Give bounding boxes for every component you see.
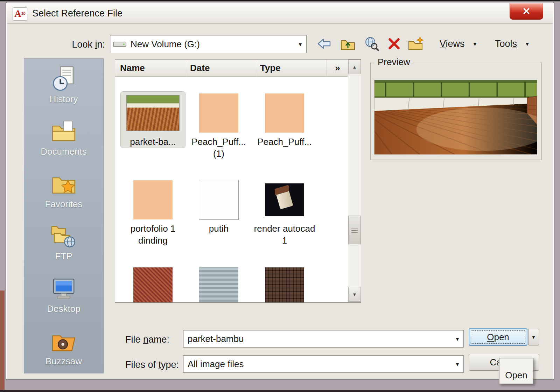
file-name-label: render autocad 1 bbox=[252, 223, 317, 246]
render-image-thumbnail bbox=[265, 183, 304, 216]
open-split-arrow-icon: ▼ bbox=[531, 334, 536, 340]
file-item-peach-puff-1[interactable]: Peach_Puff... (1) bbox=[187, 92, 251, 160]
file-list-scrollbar[interactable]: ▲ ▼ bbox=[348, 59, 361, 302]
documents-icon bbox=[50, 118, 77, 145]
desktop-icon bbox=[50, 275, 77, 302]
scroll-up-button[interactable]: ▲ bbox=[348, 59, 361, 74]
delete-x-icon bbox=[387, 36, 401, 51]
file-item-render-autocad-1[interactable]: render autocad 1 bbox=[252, 178, 317, 246]
open-button-label: Open bbox=[487, 332, 509, 343]
file-item-portofolio-1-dinding[interactable]: portofolio 1 dinding bbox=[121, 178, 185, 246]
place-label: Desktop bbox=[47, 303, 80, 314]
background-window-sliver bbox=[0, 290, 5, 392]
preview-label: Preview bbox=[375, 57, 413, 68]
place-label: Favorites bbox=[45, 199, 83, 210]
place-label: FTP bbox=[55, 251, 72, 262]
brown-texture-thumbnail bbox=[265, 267, 304, 303]
file-name-field-label: File name: bbox=[125, 334, 169, 345]
up-one-level-button[interactable] bbox=[340, 36, 356, 52]
views-label: Views bbox=[440, 38, 465, 49]
title-bar[interactable]: A10 Select Reference File ✕ bbox=[7, 3, 553, 24]
preview-image bbox=[374, 80, 537, 155]
file-item-parket-bambu[interactable]: parket-ba... bbox=[121, 92, 185, 148]
file-item-texture-red[interactable] bbox=[121, 265, 185, 303]
wood-floor-preview-graphic bbox=[374, 80, 537, 154]
create-new-folder-button[interactable] bbox=[407, 36, 424, 52]
place-buzzsaw[interactable]: Buzzsaw bbox=[24, 327, 103, 367]
up-folder-icon bbox=[340, 36, 356, 52]
ftp-icon bbox=[50, 222, 77, 250]
back-arrow-icon bbox=[316, 36, 332, 51]
new-folder-icon bbox=[407, 36, 424, 52]
files-of-type-field-label: Files of type: bbox=[125, 359, 179, 370]
select-reference-file-dialog: A10 Select Reference File ✕ Look in: New… bbox=[6, 2, 554, 380]
places-bar: History Documents Favorites bbox=[24, 58, 104, 373]
place-favorites[interactable]: Favorites bbox=[24, 170, 103, 210]
column-header-date[interactable]: Date bbox=[185, 59, 255, 76]
file-item-putih[interactable]: putih bbox=[187, 178, 251, 234]
place-ftp[interactable]: FTP bbox=[24, 222, 103, 262]
file-item-texture-gray[interactable] bbox=[187, 265, 251, 303]
open-split-arrow-button[interactable]: ▼ bbox=[528, 329, 539, 345]
file-name-label: putih bbox=[187, 223, 251, 234]
tooltip-text: Open bbox=[505, 370, 527, 381]
peach-image-thumbnail bbox=[265, 93, 304, 133]
views-menu-button[interactable]: Views ▼ bbox=[440, 36, 477, 52]
look-in-value: New Volume (G:) bbox=[126, 39, 294, 50]
close-button[interactable]: ✕ bbox=[510, 3, 543, 20]
tools-label: Tools bbox=[495, 38, 517, 49]
history-icon bbox=[50, 65, 77, 92]
tools-dropdown-arrow-icon: ▼ bbox=[525, 41, 530, 47]
open-button[interactable]: Open bbox=[469, 329, 527, 345]
more-columns-chevron-icon[interactable]: » bbox=[327, 59, 348, 76]
file-name-input[interactable]: parket-bambu ▼ bbox=[183, 330, 464, 348]
tools-menu-button[interactable]: Tools ▼ bbox=[495, 36, 530, 52]
place-label: Buzzsaw bbox=[46, 356, 82, 367]
file-name-label: parket-ba... bbox=[121, 136, 185, 148]
place-history[interactable]: History bbox=[24, 65, 103, 105]
gray-texture-thumbnail bbox=[199, 267, 238, 303]
views-dropdown-arrow-icon: ▼ bbox=[472, 41, 478, 47]
search-globe-icon bbox=[364, 36, 380, 52]
place-label: History bbox=[50, 94, 78, 105]
file-name-label: Peach_Puff... (1) bbox=[187, 136, 251, 160]
place-documents[interactable]: Documents bbox=[24, 118, 103, 157]
file-item-peach-puff[interactable]: Peach_Puff... bbox=[252, 92, 317, 148]
peach-image-thumbnail bbox=[199, 93, 238, 133]
files-of-type-value: All image files bbox=[183, 359, 451, 370]
file-list: Name Date Type » parket-ba... Peach_Puff… bbox=[115, 59, 361, 303]
look-in-label: Look in: bbox=[50, 39, 105, 50]
search-the-web-button[interactable] bbox=[363, 36, 380, 52]
dialog-title: Select Reference File bbox=[32, 8, 122, 19]
delete-button[interactable] bbox=[386, 36, 402, 52]
screen: A10 Select Reference File ✕ Look in: New… bbox=[0, 0, 560, 392]
column-headers: Name Date Type » bbox=[115, 59, 348, 77]
scrollbar-thumb[interactable] bbox=[348, 216, 361, 244]
drive-icon bbox=[113, 40, 126, 48]
column-header-name[interactable]: Name bbox=[115, 59, 185, 76]
autocad-app-icon: A10 bbox=[13, 7, 27, 21]
place-desktop[interactable]: Desktop bbox=[24, 275, 103, 314]
back-button[interactable] bbox=[316, 36, 332, 52]
file-item-texture-brown[interactable] bbox=[252, 265, 317, 303]
look-in-dropdown[interactable]: New Volume (G:) ▼ bbox=[110, 35, 307, 53]
white-image-thumbnail bbox=[199, 180, 239, 220]
autocad-logo-number: 10 bbox=[21, 11, 26, 15]
dropdown-arrow-icon: ▼ bbox=[294, 41, 306, 47]
file-name-label: portofolio 1 dinding bbox=[121, 223, 185, 246]
files-of-type-dropdown-arrow-icon: ▼ bbox=[451, 361, 463, 367]
file-name-label: Peach_Puff... bbox=[252, 136, 317, 148]
file-name-dropdown-arrow-icon: ▼ bbox=[451, 336, 463, 342]
close-icon: ✕ bbox=[522, 6, 530, 17]
scroll-down-button[interactable]: ▼ bbox=[348, 287, 361, 302]
red-texture-thumbnail bbox=[133, 267, 173, 303]
column-header-type[interactable]: Type bbox=[255, 59, 327, 76]
screen-top-edge bbox=[0, 0, 560, 1]
files-of-type-dropdown[interactable]: All image files ▼ bbox=[183, 355, 464, 373]
scroll-down-icon: ▼ bbox=[352, 292, 357, 297]
peach-image-thumbnail bbox=[133, 180, 173, 219]
screen-bottom-edge bbox=[0, 390, 560, 392]
favorites-icon bbox=[50, 170, 77, 197]
file-name-value: parket-bambu bbox=[183, 334, 451, 344]
wood-photo-thumbnail bbox=[126, 95, 180, 131]
